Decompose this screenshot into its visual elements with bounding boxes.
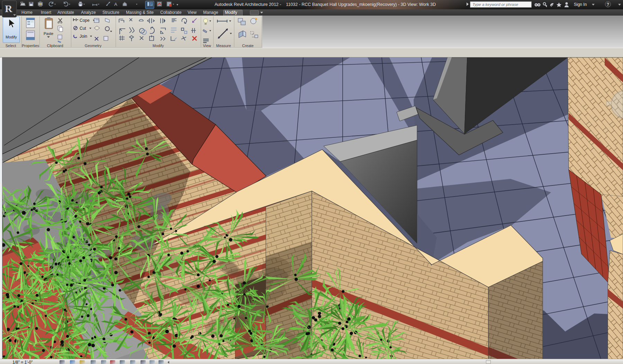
- svg-text:Cope: Cope: [80, 18, 90, 23]
- svg-text:R: R: [5, 3, 12, 14]
- svg-text:A: A: [114, 2, 117, 7]
- svg-text:Join: Join: [80, 34, 87, 39]
- svg-text:Cut: Cut: [80, 26, 86, 31]
